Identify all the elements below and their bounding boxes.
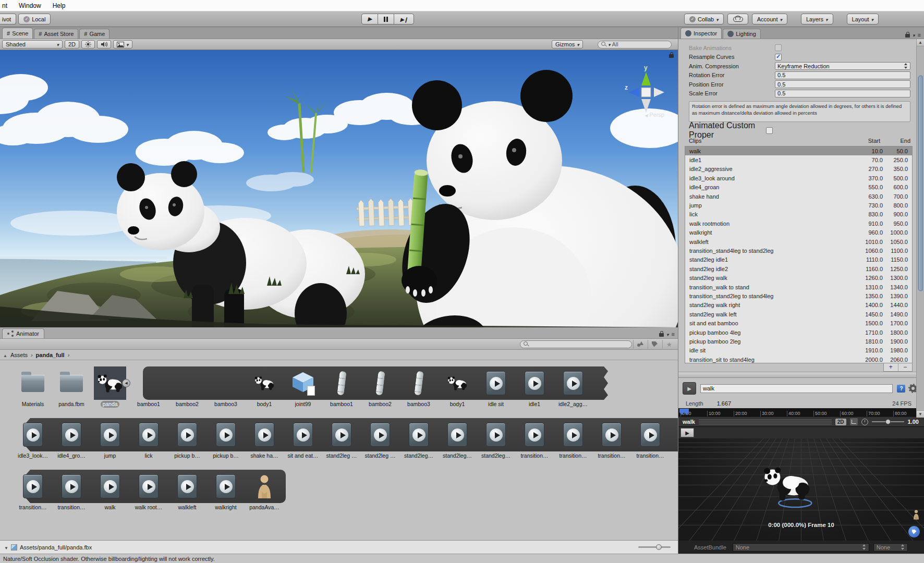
collapse-icon[interactable] — [4, 544, 8, 550]
clip-name-field[interactable] — [700, 384, 893, 393]
asset-item[interactable]: stand2leg… — [399, 418, 438, 459]
breadcrumb-root[interactable]: Assets — [10, 352, 28, 358]
position-error-field[interactable] — [777, 81, 908, 88]
asset-item[interactable]: idle4_gro… — [52, 418, 91, 459]
pause-button[interactable] — [378, 14, 394, 25]
menu-item[interactable]: Help — [53, 2, 66, 9]
asset-item[interactable]: idle2_agg… — [554, 366, 592, 408]
draw-mode-dropdown[interactable]: Shaded — [2, 40, 63, 48]
clip-row[interactable]: walk 10.0 50.0 — [685, 146, 912, 155]
animated-custom-properties-checkbox[interactable] — [766, 127, 773, 134]
clip-row[interactable]: idle sit 1910.0 1980.0 — [685, 346, 912, 355]
asset-bundle-dropdown[interactable]: None — [733, 543, 869, 552]
avatar-icon[interactable] — [913, 509, 920, 522]
lock-icon[interactable] — [905, 34, 910, 38]
asset-item[interactable]: transition… — [52, 470, 91, 511]
asset-item[interactable]: walk root… — [129, 470, 168, 511]
clip-row[interactable]: stand2leg walk right 1400.0 1440.0 — [685, 301, 912, 310]
asset-item[interactable]: walkright — [206, 470, 245, 511]
asset-item[interactable]: pickup b… — [206, 418, 245, 459]
clip-preview-button[interactable] — [683, 382, 696, 395]
asset-labels-button[interactable] — [908, 526, 920, 537]
asset-item[interactable]: bamboo3 — [206, 366, 245, 408]
menu-item[interactable]: Window — [19, 2, 41, 9]
asset-item[interactable]: pickup b… — [168, 418, 206, 459]
clip-row[interactable]: jump 730.0 800.0 — [685, 201, 912, 210]
lock-icon[interactable] — [659, 333, 664, 337]
account-button[interactable]: Account — [752, 14, 787, 25]
breadcrumb-current[interactable]: panda_full — [36, 352, 65, 358]
clip-row[interactable]: idle3_look around 370.0 500.0 — [685, 174, 912, 182]
scene-orientation-gizmo[interactable]: y z — [623, 64, 670, 137]
clip-row[interactable]: transition_stand2leg to stand4leg 1350.0… — [685, 291, 912, 300]
timeline-ruler[interactable]: 0:0010:0020:0030:0040:0050:0060:0070:008… — [678, 408, 924, 417]
clip-row[interactable]: sit and eat bamboo 1500.0 1700.0 — [685, 319, 912, 327]
asset-item[interactable]: bamboo3 — [399, 366, 438, 408]
asset-item[interactable]: bamboo1 — [322, 366, 361, 408]
scene-search-field[interactable]: All — [598, 41, 672, 48]
lighting-toggle-button[interactable] — [81, 40, 95, 48]
clip-row[interactable]: idle1 70.0 250.0 — [685, 155, 912, 164]
clip-row[interactable]: stand2leg walk 1260.0 1300.0 — [685, 273, 912, 282]
asset-item[interactable]: panda.fbm — [52, 366, 91, 408]
clip-row[interactable]: lick 830.0 900.0 — [685, 210, 912, 219]
clip-row[interactable]: transition_stand4leg to stand2leg 1060.0… — [685, 246, 912, 255]
add-clip-button[interactable]: + — [884, 363, 898, 371]
asset-item[interactable]: joint99 — [284, 366, 322, 408]
chevron-down-icon[interactable] — [666, 329, 669, 338]
preview-2d-toggle[interactable]: 2D — [835, 419, 846, 425]
scroll-down-button[interactable]: ▼ — [917, 410, 924, 418]
pivot-axes-icon[interactable] — [850, 418, 858, 425]
asset-item[interactable]: walkleft — [168, 470, 206, 511]
scene-view-tab[interactable]: Asset Store — [34, 29, 78, 39]
collab-button[interactable]: Collab — [684, 14, 724, 25]
asset-bundle-variant-dropdown[interactable]: None — [873, 543, 908, 552]
slider-handle[interactable] — [885, 419, 891, 424]
status-bar[interactable]: Nature/Soft Occlusion shader. Otherwise … — [0, 554, 924, 563]
clip-row[interactable]: walk rootmotion 910.0 950.0 — [685, 219, 912, 228]
collapse-icon[interactable] — [3, 352, 7, 358]
anim-compression-dropdown[interactable]: Keyframe Reduction — [775, 62, 910, 70]
asset-item[interactable]: jump — [91, 418, 129, 459]
step-button[interactable] — [394, 14, 414, 25]
asset-item[interactable]: body1 — [245, 366, 284, 408]
asset-item[interactable]: transition… — [14, 470, 52, 511]
inspector-scrollbar[interactable]: ▲ ▼ — [916, 39, 924, 418]
search-by-type-button[interactable] — [633, 340, 647, 349]
preview-splitter[interactable] — [678, 372, 924, 378]
asset-item[interactable]: idle3_look… — [14, 418, 52, 459]
scrollbar-thumb[interactable] — [918, 75, 923, 291]
audio-toggle-button[interactable] — [97, 40, 111, 48]
inspector-tab[interactable]: Inspector — [680, 28, 722, 39]
rotation-error-field[interactable] — [777, 72, 908, 78]
clip-row[interactable]: stand2leg idle2 1160.0 1250.0 — [685, 264, 912, 273]
asset-item[interactable]: stand2leg … — [322, 418, 361, 459]
asset-item[interactable]: transition… — [631, 418, 670, 459]
effects-dropdown-button[interactable] — [113, 40, 132, 48]
asset-item[interactable]: panda — [91, 366, 129, 408]
asset-item[interactable]: bamboo2 — [168, 366, 206, 408]
clip-row[interactable]: pickup bamboo 4leg 1710.0 1800.0 — [685, 328, 912, 337]
asset-item[interactable]: lick — [129, 418, 168, 459]
asset-item[interactable]: stand2leg … — [361, 418, 399, 459]
tab-animator[interactable]: Animator — [2, 328, 44, 338]
asset-item[interactable]: Materials — [14, 366, 52, 408]
scene-view-tab[interactable]: Scene — [2, 28, 33, 39]
perspective-toggle[interactable]: Persp — [645, 112, 664, 118]
scene-viewport[interactable]: y z Persp — [0, 50, 678, 327]
menu-item[interactable]: nt — [2, 2, 7, 9]
favorites-button[interactable] — [662, 340, 676, 349]
asset-item[interactable]: pandaAva… — [245, 470, 284, 511]
animation-preview[interactable]: 0:00 (000.0%) Frame 10 — [678, 438, 924, 541]
bake-animations-checkbox[interactable] — [775, 44, 782, 51]
slider-handle[interactable] — [656, 544, 662, 550]
asset-item[interactable]: transition… — [515, 418, 554, 459]
subassets-collapse-button[interactable] — [122, 379, 130, 387]
search-by-label-button[interactable] — [648, 340, 661, 349]
asset-item[interactable]: bamboo2 — [361, 366, 399, 408]
asset-item[interactable]: shake ha… — [245, 418, 284, 459]
playback-speed-icon[interactable] — [861, 419, 868, 425]
resample-curves-checkbox[interactable] — [775, 54, 782, 60]
clip-row[interactable]: stand2leg walk left 1450.0 1490.0 — [685, 310, 912, 319]
gizmos-dropdown[interactable]: Gizmos — [552, 40, 583, 48]
